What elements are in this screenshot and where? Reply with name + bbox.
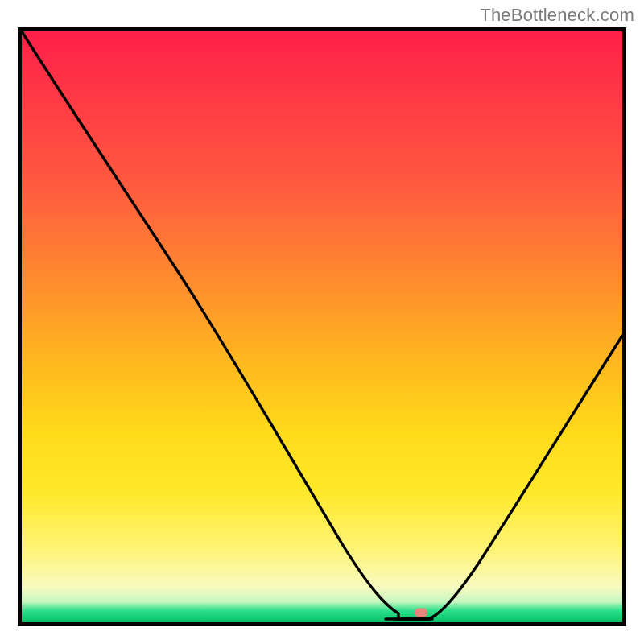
optimal-point-marker [415, 609, 427, 617]
bottleneck-curve [22, 31, 622, 622]
attribution-label: TheBottleneck.com [480, 5, 634, 26]
chart-root: TheBottleneck.com [0, 0, 644, 644]
plot-area [18, 27, 626, 626]
